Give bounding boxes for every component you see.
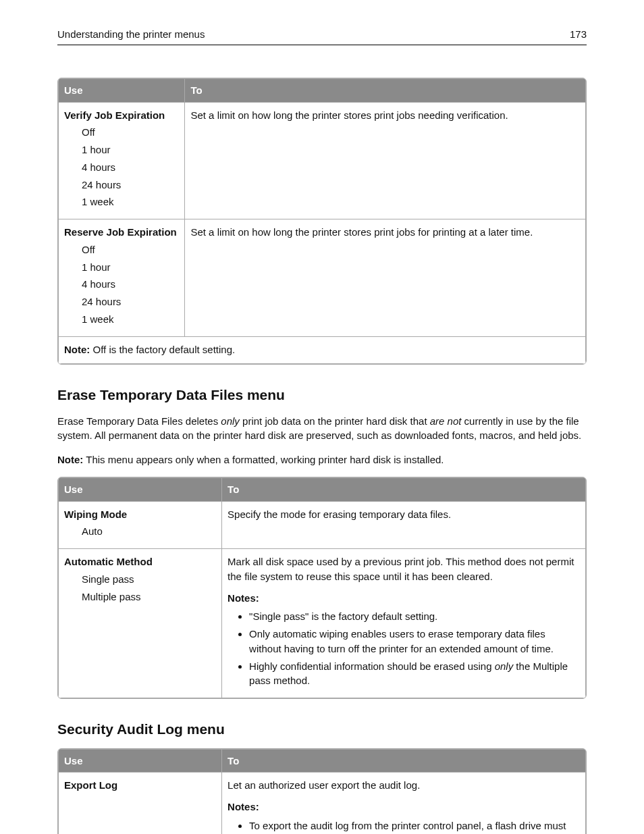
table-row: Export Log Let an authorized user export… xyxy=(59,773,586,834)
col-use: Use xyxy=(59,749,222,773)
option: 4 hours xyxy=(82,160,179,175)
options-list: Single pass Multiple pass xyxy=(82,572,216,604)
notes-label: Notes: xyxy=(227,800,580,814)
section-heading: Security Audit Log menu xyxy=(57,719,587,739)
section-paragraph: Erase Temporary Data Files deletes only … xyxy=(57,414,587,444)
col-to: To xyxy=(222,749,586,773)
header-title: Understanding the printer menus xyxy=(57,27,205,42)
col-to: To xyxy=(185,78,586,102)
option: Off xyxy=(82,125,179,140)
option: Single pass xyxy=(82,572,216,587)
col-to: To xyxy=(222,477,586,501)
table-row: Reserve Job Expiration Off 1 hour 4 hour… xyxy=(59,219,586,337)
job-expiration-table: Use To Verify Job Expiration Off 1 hour … xyxy=(57,78,587,365)
setting-title: Verify Job Expiration xyxy=(64,108,179,123)
setting-desc: Set a limit on how long the printer stor… xyxy=(185,102,586,219)
option: 4 hours xyxy=(82,277,179,292)
option: 1 hour xyxy=(82,260,179,275)
option: 1 week xyxy=(82,194,179,209)
option: Off xyxy=(82,242,179,257)
options-list: Auto xyxy=(82,524,216,539)
setting-title: Export Log xyxy=(64,778,216,793)
option: Auto xyxy=(82,524,216,539)
table-row: Verify Job Expiration Off 1 hour 4 hours… xyxy=(59,102,586,219)
option: 24 hours xyxy=(82,294,179,309)
setting-title: Automatic Method xyxy=(64,554,216,569)
options-list: Off 1 hour 4 hours 24 hours 1 week xyxy=(82,125,179,209)
list-item: To export the audit log from the printer… xyxy=(249,818,580,834)
setting-title: Wiping Mode xyxy=(64,507,216,522)
page-number: 173 xyxy=(570,27,587,42)
notes-label: Notes: xyxy=(227,591,580,606)
setting-title: Reserve Job Expiration xyxy=(64,225,179,240)
option: 1 week xyxy=(82,312,179,327)
table-row: Wiping Mode Auto Specify the mode for er… xyxy=(59,501,586,549)
section-note: Note: This menu appears only when a form… xyxy=(57,452,587,467)
setting-desc: Set a limit on how long the printer stor… xyxy=(185,219,586,337)
table-note-row: Note: Off is the factory default setting… xyxy=(59,336,586,364)
page-header: Understanding the printer menus 173 xyxy=(57,27,587,45)
note-text: Off is the factory default setting. xyxy=(90,344,235,355)
option: 24 hours xyxy=(82,178,179,192)
note-label: Note: xyxy=(64,344,90,355)
erase-temp-table: Use To Wiping Mode Auto Specify the mode… xyxy=(57,477,587,699)
table-row: Automatic Method Single pass Multiple pa… xyxy=(59,549,586,698)
list-item: "Single pass" is the factory default set… xyxy=(249,609,580,624)
notes-list: "Single pass" is the factory default set… xyxy=(227,609,580,688)
option: Multiple pass xyxy=(82,590,216,604)
list-item: Highly confidential information should b… xyxy=(249,659,580,689)
setting-desc: Let an authorized user export the audit … xyxy=(227,778,580,793)
options-list: Off 1 hour 4 hours 24 hours 1 week xyxy=(82,242,179,327)
setting-desc: Mark all disk space used by a previous p… xyxy=(227,554,580,584)
option: 1 hour xyxy=(82,142,179,157)
security-audit-table: Use To Export Log Let an authorized user… xyxy=(57,748,587,834)
col-use: Use xyxy=(59,477,222,501)
setting-desc: Specify the mode for erasing temporary d… xyxy=(222,501,586,549)
notes-list: To export the audit log from the printer… xyxy=(227,818,580,834)
col-use: Use xyxy=(59,78,185,102)
list-item: Only automatic wiping enables users to e… xyxy=(249,627,580,656)
section-heading: Erase Temporary Data Files menu xyxy=(57,385,587,405)
